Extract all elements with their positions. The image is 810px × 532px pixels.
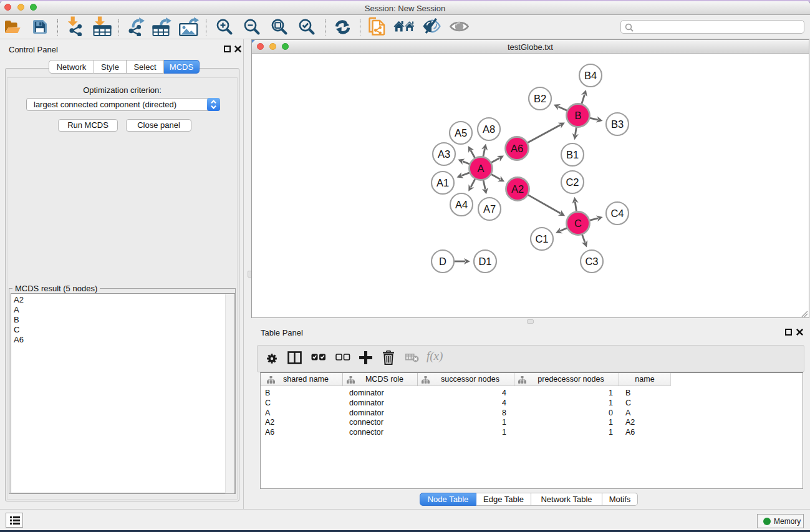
svg-text:A: A (477, 163, 484, 174)
svg-text:A6: A6 (511, 143, 523, 154)
svg-text:D: D (439, 256, 446, 267)
svg-text:B3: B3 (611, 118, 624, 130)
svg-text:A7: A7 (483, 203, 496, 215)
svg-text:C: C (574, 218, 582, 229)
svg-text:C3: C3 (585, 256, 598, 267)
svg-text:B4: B4 (584, 70, 597, 81)
svg-text:C2: C2 (566, 177, 579, 188)
svg-text:C1: C1 (535, 233, 548, 244)
svg-text:A3: A3 (438, 148, 450, 160)
svg-text:B: B (574, 110, 581, 121)
svg-text:B1: B1 (566, 149, 579, 160)
svg-text:B2: B2 (534, 93, 546, 104)
svg-text:C4: C4 (610, 208, 624, 219)
svg-text:A4: A4 (455, 199, 468, 210)
svg-text:A2: A2 (511, 183, 524, 195)
svg-text:A1: A1 (436, 177, 449, 188)
svg-text:A5: A5 (455, 127, 467, 138)
svg-text:A8: A8 (483, 123, 495, 135)
svg-text:D1: D1 (478, 256, 491, 267)
